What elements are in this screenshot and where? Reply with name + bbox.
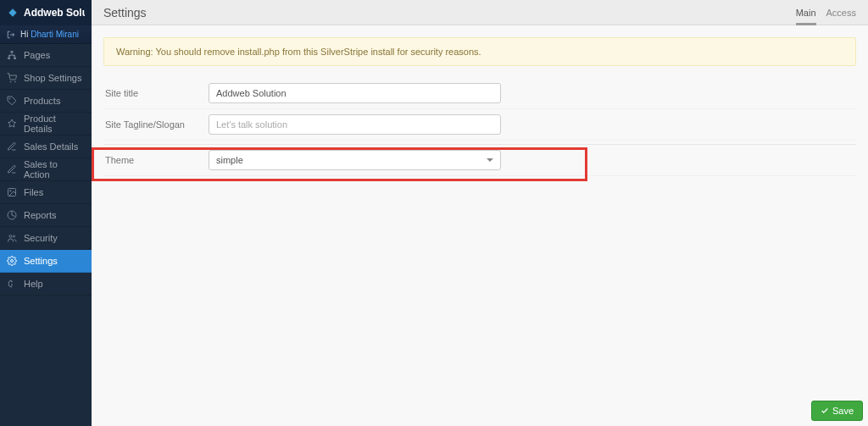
sidebar-item-sales-to-action[interactable]: Sales to Action xyxy=(0,158,92,181)
sidebar-item-security[interactable]: Security xyxy=(0,227,92,250)
site-title-label: Site title xyxy=(103,88,209,98)
sidebar-item-shop-settings[interactable]: Shop Settings xyxy=(0,67,92,90)
gear-icon xyxy=(7,256,17,266)
sidebar-item-files[interactable]: Files xyxy=(0,181,92,204)
save-button[interactable]: Save xyxy=(811,401,863,421)
sidebar-item-help[interactable]: Help xyxy=(0,273,92,296)
theme-row: Theme simple xyxy=(103,144,856,176)
brand-text: Addweb Solution xyxy=(24,7,85,19)
svg-point-12 xyxy=(12,281,13,282)
brand-logo-icon xyxy=(7,7,19,19)
sitemap-icon xyxy=(7,50,17,60)
tabs: Main Access xyxy=(796,0,856,25)
svg-rect-2 xyxy=(14,58,16,60)
sidebar-item-sales-details[interactable]: Sales Details xyxy=(0,136,92,158)
svg-point-4 xyxy=(15,81,16,82)
sidebar-item-label: Pages xyxy=(24,50,50,60)
sidebar-item-product-details[interactable]: Product Details xyxy=(0,113,92,136)
edit-icon xyxy=(7,141,17,152)
theme-selected-value: simple xyxy=(216,155,243,165)
user-greeting: Hi Dharti Mirani xyxy=(0,25,92,44)
topbar: Settings Main Access xyxy=(92,0,868,25)
users-icon xyxy=(7,233,17,243)
svg-point-9 xyxy=(9,235,12,238)
info-icon xyxy=(7,279,17,289)
svg-rect-0 xyxy=(11,51,14,53)
sidebar-item-pages[interactable]: Pages xyxy=(0,44,92,67)
tag-icon xyxy=(7,96,17,106)
sidebar-item-label: Security xyxy=(24,233,58,243)
site-title-row: Site title xyxy=(103,78,856,109)
sidebar-item-label: Files xyxy=(24,187,43,197)
cart-icon xyxy=(7,73,17,83)
tab-access[interactable]: Access xyxy=(826,0,856,25)
username[interactable]: Dharti Mirani xyxy=(31,30,79,39)
site-title-input[interactable] xyxy=(209,83,501,103)
tab-main[interactable]: Main xyxy=(796,0,816,25)
sidebar-item-label: Help xyxy=(24,279,43,289)
sidebar-item-settings[interactable]: Settings xyxy=(0,250,92,273)
image-icon xyxy=(7,187,17,197)
sidebar-nav: Pages Shop Settings Products Product Det… xyxy=(0,44,92,296)
edit-icon xyxy=(7,164,17,174)
sidebar-item-label: Settings xyxy=(24,256,58,266)
pin-icon xyxy=(7,119,17,129)
svg-rect-1 xyxy=(8,58,10,60)
svg-point-3 xyxy=(10,81,11,82)
chevron-down-icon xyxy=(487,158,493,162)
save-button-label: Save xyxy=(832,406,854,416)
logout-icon xyxy=(7,30,15,39)
tagline-label: Site Tagline/Slogan xyxy=(103,119,209,130)
sidebar-item-label: Reports xyxy=(24,210,57,220)
page-title: Settings xyxy=(103,6,147,19)
svg-point-5 xyxy=(9,98,10,99)
warning-alert: Warning: You should remove install.php f… xyxy=(103,37,856,66)
brand: Addweb Solution xyxy=(0,0,92,25)
svg-point-7 xyxy=(10,191,12,192)
sidebar-item-label: Shop Settings xyxy=(24,73,82,83)
sidebar-item-label: Sales to Action xyxy=(24,159,85,180)
svg-point-11 xyxy=(11,260,14,263)
theme-select[interactable]: simple xyxy=(209,150,501,170)
theme-label: Theme xyxy=(103,155,209,165)
sidebar-item-label: Products xyxy=(24,96,60,106)
sidebar-item-label: Product Details xyxy=(24,113,85,134)
tagline-input[interactable] xyxy=(209,114,501,135)
sidebar-item-label: Sales Details xyxy=(24,141,78,152)
sidebar-item-reports[interactable]: Reports xyxy=(0,204,92,227)
sidebar-item-products[interactable]: Products xyxy=(0,90,92,113)
chart-icon xyxy=(7,210,17,220)
svg-point-10 xyxy=(14,235,15,237)
check-icon xyxy=(821,407,829,415)
tagline-row: Site Tagline/Slogan xyxy=(103,109,856,141)
